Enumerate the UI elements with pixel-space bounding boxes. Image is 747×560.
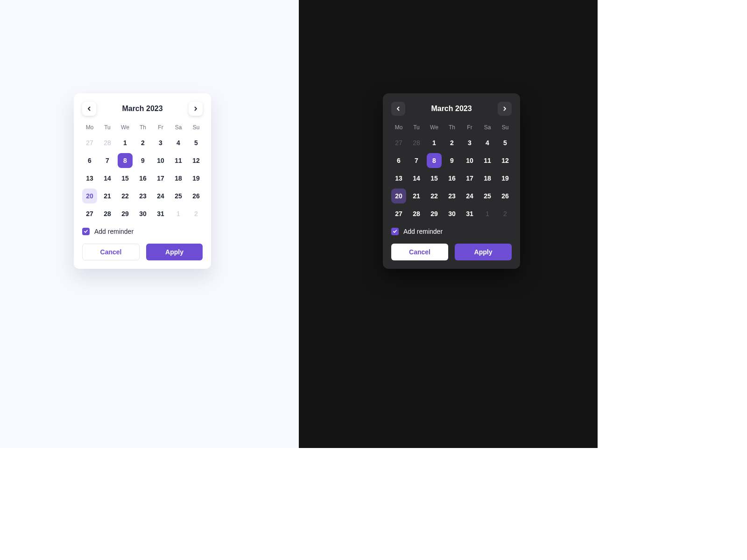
calendar-day[interactable]: 29 bbox=[118, 206, 133, 221]
next-month-button[interactable] bbox=[498, 102, 512, 116]
weekday-label: We bbox=[118, 122, 133, 133]
calendar-day[interactable]: 7 bbox=[100, 153, 115, 168]
calendar-day[interactable]: 17 bbox=[153, 171, 168, 186]
calendar-day[interactable]: 20 bbox=[82, 189, 97, 203]
chevron-left-icon bbox=[395, 106, 401, 112]
calendar-grid-light: MoTuWeThFrSaSu27281234567891011121314151… bbox=[82, 122, 203, 221]
calendar-day[interactable]: 23 bbox=[135, 189, 150, 203]
calendar-day[interactable]: 24 bbox=[462, 189, 477, 203]
calendar-day[interactable]: 12 bbox=[498, 153, 513, 168]
calendar-day[interactable]: 25 bbox=[480, 189, 495, 203]
calendar-day: 27 bbox=[82, 135, 97, 150]
calendar-day[interactable]: 8 bbox=[118, 153, 133, 168]
calendar-day[interactable]: 7 bbox=[409, 153, 424, 168]
calendar-day[interactable]: 13 bbox=[391, 171, 406, 186]
calendar-day[interactable]: 10 bbox=[462, 153, 477, 168]
next-month-button[interactable] bbox=[189, 102, 203, 116]
calendar-day[interactable]: 3 bbox=[153, 135, 168, 150]
weekday-label: Th bbox=[135, 122, 150, 133]
calendar-day[interactable]: 5 bbox=[498, 135, 513, 150]
calendar-day[interactable]: 15 bbox=[427, 171, 442, 186]
calendar-day[interactable]: 18 bbox=[171, 171, 186, 186]
calendar-day[interactable]: 5 bbox=[189, 135, 204, 150]
calendar-day[interactable]: 17 bbox=[462, 171, 477, 186]
calendar-day[interactable]: 1 bbox=[427, 135, 442, 150]
calendar-day[interactable]: 9 bbox=[444, 153, 459, 168]
calendar-day[interactable]: 27 bbox=[391, 206, 406, 221]
calendar-grid-dark: MoTuWeThFrSaSu27281234567891011121314151… bbox=[391, 122, 512, 221]
weekday-label: Sa bbox=[480, 122, 495, 133]
calendar-day: 1 bbox=[480, 206, 495, 221]
reminder-checkbox[interactable] bbox=[82, 228, 90, 235]
prev-month-button[interactable] bbox=[82, 102, 96, 116]
calendar-day[interactable]: 28 bbox=[100, 206, 115, 221]
calendar-day[interactable]: 6 bbox=[391, 153, 406, 168]
calendar-day[interactable]: 2 bbox=[444, 135, 459, 150]
weekday-label: Tu bbox=[409, 122, 424, 133]
calendar-day[interactable]: 26 bbox=[498, 189, 513, 203]
chevron-left-icon bbox=[86, 106, 92, 112]
weekday-label: Tu bbox=[100, 122, 115, 133]
weekday-label: Mo bbox=[391, 122, 406, 133]
calendar-day[interactable]: 31 bbox=[153, 206, 168, 221]
calendar-day[interactable]: 24 bbox=[153, 189, 168, 203]
chevron-right-icon bbox=[502, 106, 507, 112]
calendar-day[interactable]: 21 bbox=[100, 189, 115, 203]
calendar-day[interactable]: 19 bbox=[189, 171, 204, 186]
calendar-day[interactable]: 21 bbox=[409, 189, 424, 203]
reminder-row[interactable]: Add reminder bbox=[391, 228, 512, 235]
calendar-day[interactable]: 10 bbox=[153, 153, 168, 168]
reminder-label: Add reminder bbox=[403, 228, 443, 235]
calendar-header: March 2023 bbox=[391, 102, 512, 116]
footer-row: Cancel Apply bbox=[391, 244, 512, 260]
calendar-header: March 2023 bbox=[82, 102, 203, 116]
calendar-day[interactable]: 14 bbox=[409, 171, 424, 186]
cancel-button[interactable]: Cancel bbox=[391, 244, 448, 260]
reminder-row[interactable]: Add reminder bbox=[82, 228, 203, 235]
check-icon bbox=[84, 227, 88, 236]
check-icon bbox=[393, 227, 397, 236]
calendar-day[interactable]: 4 bbox=[480, 135, 495, 150]
cancel-button[interactable]: Cancel bbox=[82, 244, 140, 260]
calendar-day[interactable]: 11 bbox=[171, 153, 186, 168]
apply-button[interactable]: Apply bbox=[146, 244, 203, 260]
calendar-day[interactable]: 31 bbox=[462, 206, 477, 221]
calendar-title: March 2023 bbox=[431, 105, 472, 113]
calendar-day[interactable]: 8 bbox=[427, 153, 442, 168]
reminder-checkbox[interactable] bbox=[391, 228, 399, 235]
calendar-day[interactable]: 26 bbox=[189, 189, 204, 203]
calendar-day[interactable]: 14 bbox=[100, 171, 115, 186]
calendar-day[interactable]: 3 bbox=[462, 135, 477, 150]
apply-button[interactable]: Apply bbox=[455, 244, 512, 260]
calendar-day[interactable]: 16 bbox=[135, 171, 150, 186]
calendar-day[interactable]: 2 bbox=[135, 135, 150, 150]
calendar-day: 27 bbox=[391, 135, 406, 150]
calendar-day[interactable]: 20 bbox=[391, 189, 406, 203]
calendar-day[interactable]: 19 bbox=[498, 171, 513, 186]
calendar-day[interactable]: 22 bbox=[427, 189, 442, 203]
weekday-label: Su bbox=[189, 122, 204, 133]
calendar-day[interactable]: 18 bbox=[480, 171, 495, 186]
calendar-day[interactable]: 16 bbox=[444, 171, 459, 186]
calendar-day[interactable]: 12 bbox=[189, 153, 204, 168]
calendar-day[interactable]: 27 bbox=[82, 206, 97, 221]
calendar-day[interactable]: 11 bbox=[480, 153, 495, 168]
prev-month-button[interactable] bbox=[391, 102, 405, 116]
calendar-day[interactable]: 29 bbox=[427, 206, 442, 221]
calendar-day[interactable]: 30 bbox=[135, 206, 150, 221]
calendar-day[interactable]: 1 bbox=[118, 135, 133, 150]
calendar-day[interactable]: 15 bbox=[118, 171, 133, 186]
calendar-day[interactable]: 9 bbox=[135, 153, 150, 168]
calendar-day[interactable]: 6 bbox=[82, 153, 97, 168]
calendar-day: 1 bbox=[171, 206, 186, 221]
calendar-day[interactable]: 22 bbox=[118, 189, 133, 203]
weekday-label: We bbox=[427, 122, 442, 133]
calendar-day[interactable]: 25 bbox=[171, 189, 186, 203]
calendar-day[interactable]: 28 bbox=[409, 206, 424, 221]
calendar-day[interactable]: 23 bbox=[444, 189, 459, 203]
calendar-day[interactable]: 30 bbox=[444, 206, 459, 221]
calendar-day[interactable]: 13 bbox=[82, 171, 97, 186]
calendar-day[interactable]: 4 bbox=[171, 135, 186, 150]
calendar-title: March 2023 bbox=[122, 105, 162, 113]
chevron-right-icon bbox=[193, 106, 198, 112]
